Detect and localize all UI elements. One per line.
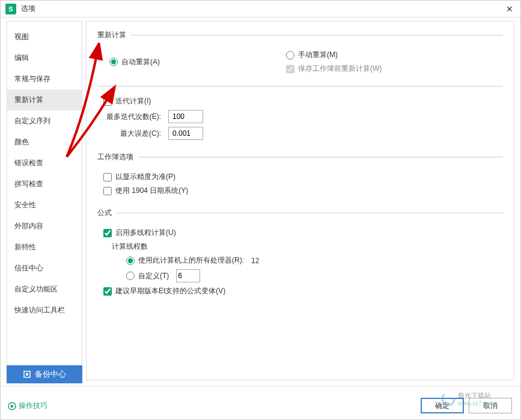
tips-label: 操作技巧 [19,401,47,411]
ok-button[interactable]: 确定 [421,398,464,413]
checkbox-legacy-row[interactable]: 建议早期版本Et支持的公式变体(V) [103,286,503,296]
checkbox-iteration-label: 迭代计算(I) [115,96,151,106]
checkbox-save-before-label: 保存工作簿前重新计算(W) [298,64,382,74]
tips-link[interactable]: 操作技巧 [8,401,47,411]
checkbox-legacy[interactable] [103,287,112,296]
sidebar-item-general-save[interactable]: 常规与保存 [7,68,82,90]
max-iter-input[interactable] [168,110,203,123]
sidebar: 视图 编辑 常规与保存 重新计算 自定义序列 颜色 错误检查 拼写检查 安全性 … [7,21,82,380]
checkbox-precision[interactable] [103,173,112,181]
sidebar-item-recalc[interactable]: 重新计算 [7,90,82,111]
footer: 备份中心 操作技巧 确定 取消 极光下载站 www.xz7.com [1,386,520,419]
radio-auto-recalc-label: 自动重算(A) [121,57,160,67]
window-title: 选项 [21,4,504,14]
sidebar-item-custom-ribbon[interactable]: 自定义功能区 [7,279,82,300]
section-iteration: 迭代计算(I) 最多迭代次数(E): 最大误差(C): [97,86,503,144]
sidebar-item-view[interactable]: 视图 [7,26,82,47]
max-diff-input[interactable] [168,127,203,140]
custom-threads-input[interactable] [176,269,200,282]
checkbox-multithread-row[interactable]: 启用多线程计算(U) [103,228,503,238]
checkbox-precision-row[interactable]: 以显示精度为准(P) [103,172,503,182]
section-recalc: 重新计算 自动重算(A) 手动重算(M) 保存工作簿前重新计算(W) [97,30,503,78]
checkbox-date1904-label: 使用 1904 日期系统(Y) [115,186,188,196]
sidebar-item-security[interactable]: 安全性 [7,195,82,216]
radio-custom[interactable] [126,272,135,280]
checkbox-precision-label: 以显示精度为准(P) [115,172,175,182]
sidebar-item-custom-list[interactable]: 自定义序列 [7,111,82,132]
sidebar-item-error-check[interactable]: 错误检查 [7,153,82,174]
threads-label: 计算线程数 [112,242,503,252]
section-formula-legend: 公式 [97,208,117,218]
radio-manual-recalc-row[interactable]: 手动重算(M) [286,50,382,60]
sidebar-item-spell-check[interactable]: 拼写检查 [7,174,82,195]
play-icon [8,402,16,410]
titlebar: S 选项 ✕ [1,1,520,17]
radio-manual-recalc-label: 手动重算(M) [298,50,338,60]
content-panel: 重新计算 自动重算(A) 手动重算(M) 保存工作簿前重新计算(W) [86,21,514,380]
section-workbook: 工作簿选项 以显示精度为准(P) 使用 1904 日期系统(Y) [97,152,503,199]
radio-auto-recalc[interactable] [109,58,118,66]
radio-use-all-row[interactable]: 使用此计算机上的所有处理器(R): 12 [126,255,503,266]
radio-use-all-label: 使用此计算机上的所有处理器(R): [138,255,244,266]
checkbox-legacy-label: 建议早期版本Et支持的公式变体(V) [115,286,225,296]
checkbox-multithread[interactable] [103,229,112,237]
checkbox-date1904[interactable] [103,187,112,195]
sidebar-item-color[interactable]: 颜色 [7,132,82,153]
radio-custom-row[interactable]: 自定义(T) [126,269,503,282]
processor-count: 12 [251,257,259,265]
sidebar-item-trust-center[interactable]: 信任中心 [7,258,82,279]
checkbox-iteration[interactable] [103,97,112,106]
close-button[interactable]: ✕ [504,3,516,15]
backup-center-label: 备份中心 [35,369,66,380]
app-icon: S [5,4,16,14]
section-formula: 公式 启用多线程计算(U) 计算线程数 使用此计算机上的所有处理器(R): 12… [97,208,503,300]
checkbox-save-before [286,65,294,73]
sidebar-item-external[interactable]: 外部内容 [7,216,82,237]
sidebar-item-edit[interactable]: 编辑 [7,47,82,68]
checkbox-save-before-row: 保存工作簿前重新计算(W) [286,64,382,74]
checkbox-date1904-row[interactable]: 使用 1904 日期系统(Y) [103,186,503,196]
sidebar-item-quick-access[interactable]: 快速访问工具栏 [7,300,82,321]
radio-manual-recalc[interactable] [286,51,294,59]
backup-center-button[interactable]: 备份中心 [7,365,82,383]
radio-custom-label: 自定义(T) [138,271,169,281]
section-recalc-legend: 重新计算 [97,30,131,40]
radio-use-all[interactable] [126,257,135,265]
radio-auto-recalc-row[interactable]: 自动重算(A) [109,50,160,74]
sidebar-item-new-features[interactable]: 新特性 [7,237,82,258]
max-iter-label: 最多迭代次数(E): [103,112,161,122]
section-workbook-legend: 工作簿选项 [97,152,138,162]
checkbox-iteration-row[interactable]: 迭代计算(I) [103,96,503,106]
backup-icon [23,370,31,379]
cancel-button[interactable]: 取消 [469,398,512,413]
max-diff-label: 最大误差(C): [103,129,161,139]
checkbox-multithread-label: 启用多线程计算(U) [115,228,176,238]
